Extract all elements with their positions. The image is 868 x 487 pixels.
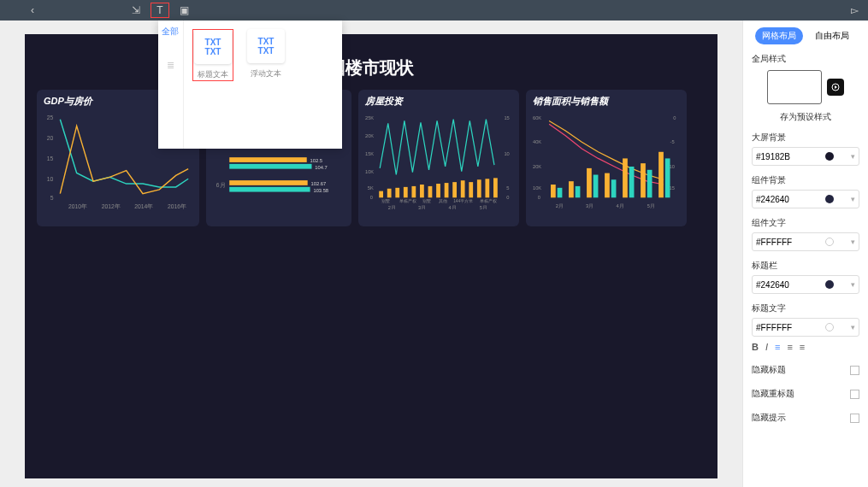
svg-rect-78	[611, 179, 617, 197]
chevron-down-icon[interactable]: ▾	[851, 152, 855, 161]
hide-tip-checkbox[interactable]	[850, 414, 859, 423]
svg-rect-25	[229, 187, 310, 192]
svg-text:5K: 5K	[368, 185, 374, 191]
chevron-down-icon[interactable]: ▾	[851, 323, 855, 332]
comp-text-input[interactable]	[756, 238, 807, 247]
align-right-icon[interactable]: ≡	[800, 342, 805, 352]
svg-text:3月: 3月	[418, 205, 426, 209]
field-comp-bg-label: 组件背景	[752, 174, 859, 186]
title-text-input[interactable]	[756, 323, 807, 332]
save-preset-link[interactable]: 存为预设样式	[752, 111, 859, 123]
document-icon[interactable]: ≣	[158, 60, 183, 71]
align-center-icon[interactable]: ≡	[787, 342, 792, 352]
svg-text:25K: 25K	[365, 115, 374, 120]
popup-tab-all[interactable]: 全部	[158, 21, 183, 43]
hide-title-repeat-label: 隐藏重标题	[752, 388, 794, 400]
chart-card-invest[interactable]: 房屋投资 25K 20K 15K 10K 5K 0 15 10 5 0	[358, 90, 519, 226]
svg-text:0: 0	[370, 195, 373, 200]
svg-rect-49	[477, 179, 481, 197]
field-title-text-label: 标题文字	[752, 302, 859, 314]
svg-text:15: 15	[504, 115, 509, 120]
svg-rect-72	[558, 188, 563, 197]
preview-row	[752, 70, 859, 104]
topbar-right: ▻	[847, 3, 861, 17]
svg-rect-81	[641, 163, 646, 197]
format-toolbar: B I ≡ ≡ ≡	[752, 342, 859, 352]
hide-tip-row: 隐藏提示	[752, 412, 859, 424]
svg-rect-44	[436, 184, 440, 197]
play-icon	[831, 83, 840, 91]
bold-icon[interactable]: B	[752, 342, 759, 352]
title-bar-input[interactable]	[756, 280, 807, 290]
svg-text:2014年: 2014年	[134, 203, 153, 209]
svg-text:10: 10	[47, 176, 54, 182]
popup-item-caption: 标题文本	[193, 69, 233, 80]
svg-text:5: 5	[50, 195, 54, 201]
svg-rect-47	[461, 180, 465, 197]
field-title-text[interactable]: ▾	[752, 318, 859, 337]
popup-item-float-text[interactable]: TXT TXT 浮动文本	[245, 29, 286, 81]
swatch-icon	[825, 280, 834, 289]
field-title-bar[interactable]: ▾	[752, 275, 859, 294]
svg-text:别墅: 别墅	[381, 199, 390, 203]
text-tool-popup: 全部 ≣ TXT TXT 标题文本 TXT TXT 浮动文本	[158, 21, 342, 149]
svg-text:10: 10	[504, 151, 509, 156]
chevron-down-icon[interactable]: ▾	[851, 238, 855, 246]
italic-icon[interactable]: I	[765, 342, 768, 352]
text-tool-icon[interactable]: T	[151, 3, 169, 18]
svg-rect-51	[493, 178, 498, 197]
svg-text:10K: 10K	[365, 169, 374, 174]
topbar: ‹ ⇲ T ▣ ▻	[0, 0, 868, 21]
svg-text:4月: 4月	[616, 203, 623, 208]
swatch-icon	[825, 152, 834, 161]
back-icon[interactable]: ‹	[26, 3, 39, 17]
svg-text:单栋产权: 单栋产权	[480, 198, 497, 203]
svg-text:别墅: 别墅	[422, 199, 431, 203]
chevron-down-icon[interactable]: ▾	[851, 195, 855, 203]
export-icon[interactable]: ⇲	[127, 3, 145, 18]
svg-text:15: 15	[47, 155, 54, 161]
comp-bg-input[interactable]	[756, 195, 807, 204]
svg-text:15K: 15K	[365, 151, 374, 156]
chevron-down-icon[interactable]: ▾	[851, 280, 855, 289]
svg-rect-83	[658, 152, 664, 198]
svg-rect-46	[452, 182, 457, 197]
tab-free-layout[interactable]: 自由布局	[808, 27, 856, 44]
bg-big-input[interactable]	[756, 152, 807, 161]
tab-grid-layout[interactable]: 网格布局	[755, 27, 803, 44]
svg-text:5月: 5月	[647, 203, 655, 208]
svg-rect-73	[569, 181, 574, 197]
svg-rect-50	[485, 179, 489, 197]
hide-title-row: 隐藏标题	[752, 364, 859, 376]
hide-tip-label: 隐藏提示	[752, 412, 786, 424]
layout-tabs: 网格布局 自由布局	[752, 27, 859, 44]
field-title-bar-label: 标题栏	[752, 260, 859, 272]
align-left-icon[interactable]: ≡	[775, 342, 780, 352]
dashboard-canvas[interactable]: 国楼市现状 GDP与房价 25 20 15 10 5	[25, 34, 717, 478]
field-comp-text[interactable]: ▾	[752, 232, 859, 251]
svg-text:0: 0	[506, 195, 509, 200]
field-comp-bg[interactable]: ▾	[752, 190, 859, 208]
svg-text:5月: 5月	[480, 205, 487, 209]
popup-item-title-text[interactable]: TXT TXT 标题文本	[192, 29, 233, 81]
svg-text:20K: 20K	[365, 133, 374, 138]
svg-rect-75	[587, 168, 592, 197]
hide-title-repeat-checkbox[interactable]	[850, 390, 859, 399]
svg-rect-39	[395, 188, 399, 197]
svg-text:144平方米: 144平方米	[453, 198, 473, 203]
preview-icon[interactable]: ▻	[847, 3, 861, 17]
svg-text:3月: 3月	[586, 203, 593, 208]
svg-text:-5: -5	[670, 139, 675, 144]
svg-text:2016年: 2016年	[168, 203, 186, 209]
chart-card-sales[interactable]: 销售面积与销售额 60K 40K 20K 10K 0 0 -5 -10 -15	[526, 90, 687, 226]
play-button[interactable]	[827, 79, 844, 96]
preview-thumbnail[interactable]	[767, 70, 822, 104]
popup-items: TXT TXT 标题文本 TXT TXT 浮动文本	[187, 21, 342, 90]
image-tool-icon[interactable]: ▣	[174, 3, 193, 18]
svg-text:单栋产权: 单栋产权	[399, 198, 416, 203]
hide-title-checkbox[interactable]	[850, 366, 859, 375]
svg-text:20K: 20K	[533, 164, 541, 169]
svg-rect-82	[647, 170, 652, 197]
svg-text:6月: 6月	[216, 182, 226, 188]
field-bg-big[interactable]: ▾	[752, 147, 859, 166]
